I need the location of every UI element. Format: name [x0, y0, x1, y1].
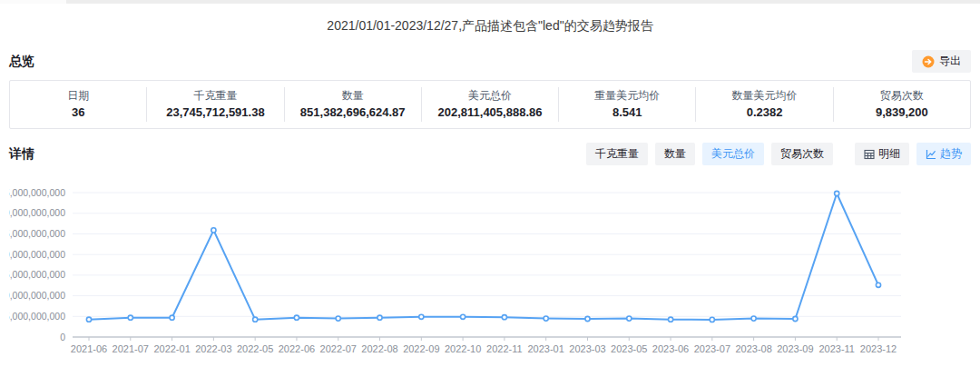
details-tabs: 千克重量数量美元总价贸易次数 明细趋势: [579, 143, 971, 165]
svg-text:2022-07: 2022-07: [320, 343, 357, 354]
stat-label: 美元总价: [422, 88, 558, 104]
data-point[interactable]: [669, 317, 673, 322]
svg-text:0: 0: [60, 332, 65, 342]
data-point[interactable]: [128, 315, 132, 320]
view-tabs: 明细趋势: [848, 143, 971, 165]
stat-column: 数量美元均价0.2382: [695, 87, 832, 122]
data-point[interactable]: [835, 191, 839, 195]
metric-tabs: 千克重量数量美元总价贸易次数: [579, 143, 833, 165]
tab-明细[interactable]: 明细: [855, 143, 909, 165]
stat-value: 202,811,405,888.86: [422, 104, 558, 121]
data-point[interactable]: [461, 314, 466, 319]
top-edge-left: [0, 0, 66, 4]
tab-数量[interactable]: 数量: [655, 143, 695, 165]
top-edge-strip: [66, 0, 980, 4]
data-points: [86, 191, 880, 322]
details-heading: 详情: [9, 146, 34, 163]
data-point[interactable]: [876, 283, 880, 287]
stat-label: 数量: [285, 88, 421, 104]
data-point[interactable]: [170, 315, 174, 320]
tab-label: 趋势: [940, 146, 962, 162]
page-title: 2021/01/01-2023/12/27,产品描述包含"led"的交易趋势报告: [0, 18, 980, 35]
export-button[interactable]: 导出: [912, 50, 971, 73]
tab-趋势[interactable]: 趋势: [916, 143, 971, 165]
svg-text:2023-01: 2023-01: [527, 343, 564, 354]
data-point[interactable]: [793, 316, 798, 321]
svg-text:25,000,000,000: 25,000,000,000: [9, 228, 65, 239]
stat-column: 数量851,382,696,624.87: [284, 87, 421, 122]
table-icon: [864, 149, 875, 160]
svg-text:2023-12: 2023-12: [860, 343, 897, 354]
svg-text:2022-08: 2022-08: [361, 343, 397, 354]
svg-text:2021-07: 2021-07: [113, 343, 149, 354]
stat-value: 9,839,200: [834, 104, 970, 121]
stat-column: 贸易次数9,839,200: [833, 87, 970, 122]
stat-column: 日期36: [10, 87, 146, 122]
svg-text:2023-08: 2023-08: [735, 343, 771, 354]
svg-text:2023-07: 2023-07: [694, 343, 730, 354]
overview-heading: 总览: [9, 54, 34, 70]
svg-text:15,000,000,000: 15,000,000,000: [9, 269, 65, 280]
svg-text:2022-01: 2022-01: [153, 343, 190, 354]
gridlines: [73, 193, 901, 316]
overview-stats-card: 日期36千克重量23,745,712,591.38数量851,382,696,6…: [9, 80, 971, 129]
tab-千克重量[interactable]: 千克重量: [586, 143, 648, 165]
svg-text:20,000,000,000: 20,000,000,000: [9, 249, 65, 260]
data-point[interactable]: [336, 316, 340, 321]
data-point[interactable]: [627, 316, 632, 321]
stat-column: 千克重量23,745,712,591.38: [146, 87, 283, 122]
data-point[interactable]: [377, 315, 382, 320]
stat-value: 8.541: [559, 104, 695, 121]
export-button-label: 导出: [939, 54, 961, 69]
tab-label: 数量: [664, 146, 686, 162]
trend-chart[interactable]: 05,000,000,00010,000,000,00015,000,000,0…: [9, 176, 971, 367]
tab-label: 千克重量: [595, 146, 639, 162]
stat-label: 重量美元均价: [559, 88, 695, 104]
svg-text:2022-05: 2022-05: [237, 343, 273, 354]
x-axis: 2021-062021-072022-012022-032022-052022-…: [71, 337, 901, 354]
svg-text:2022-10: 2022-10: [445, 343, 481, 354]
stat-label: 贸易次数: [834, 88, 970, 104]
trend-icon: [926, 149, 936, 160]
stat-value: 23,745,712,591.38: [147, 104, 283, 121]
stat-label: 数量美元均价: [696, 88, 832, 104]
data-point[interactable]: [751, 316, 756, 321]
tab-贸易次数[interactable]: 贸易次数: [771, 143, 833, 165]
data-point[interactable]: [544, 316, 548, 321]
tab-label: 明细: [878, 146, 900, 162]
data-point[interactable]: [585, 316, 590, 321]
data-point[interactable]: [253, 317, 258, 322]
svg-text:2023-09: 2023-09: [777, 343, 813, 354]
line-chart-svg[interactable]: 05,000,000,00010,000,000,00015,000,000,0…: [9, 176, 971, 367]
data-point[interactable]: [86, 317, 91, 322]
stat-value: 851,382,696,624.87: [285, 104, 421, 121]
svg-text:2022-11: 2022-11: [486, 343, 523, 354]
tab-美元总价[interactable]: 美元总价: [702, 143, 764, 165]
svg-text:2022-09: 2022-09: [403, 343, 439, 354]
svg-text:2021-06: 2021-06: [71, 343, 107, 354]
svg-text:2022-03: 2022-03: [195, 343, 231, 354]
stat-column: 重量美元均价8.541: [558, 87, 695, 122]
data-point[interactable]: [419, 314, 424, 319]
svg-text:2023-06: 2023-06: [652, 343, 689, 354]
svg-text:2023-11: 2023-11: [818, 343, 855, 354]
stat-value: 36: [10, 104, 146, 121]
svg-text:5,000,000,000: 5,000,000,000: [9, 311, 65, 322]
svg-text:10,000,000,000: 10,000,000,000: [9, 290, 65, 301]
tab-label: 贸易次数: [780, 146, 824, 162]
svg-text:2022-06: 2022-06: [279, 343, 315, 354]
export-icon: [922, 55, 935, 68]
data-point[interactable]: [502, 315, 506, 320]
tab-label: 美元总价: [711, 146, 755, 162]
svg-text:30,000,000,000: 30,000,000,000: [9, 207, 65, 218]
data-point[interactable]: [710, 317, 714, 322]
svg-text:2023-03: 2023-03: [569, 343, 605, 354]
stat-label: 日期: [10, 88, 146, 104]
stat-column: 美元总价202,811,405,888.86: [421, 87, 558, 122]
stat-label: 千克重量: [147, 88, 283, 104]
series-line: [89, 193, 878, 320]
svg-text:2023-05: 2023-05: [611, 343, 647, 354]
svg-text:35,000,000,000: 35,000,000,000: [9, 187, 65, 198]
data-point[interactable]: [211, 228, 216, 233]
data-point[interactable]: [294, 315, 299, 320]
